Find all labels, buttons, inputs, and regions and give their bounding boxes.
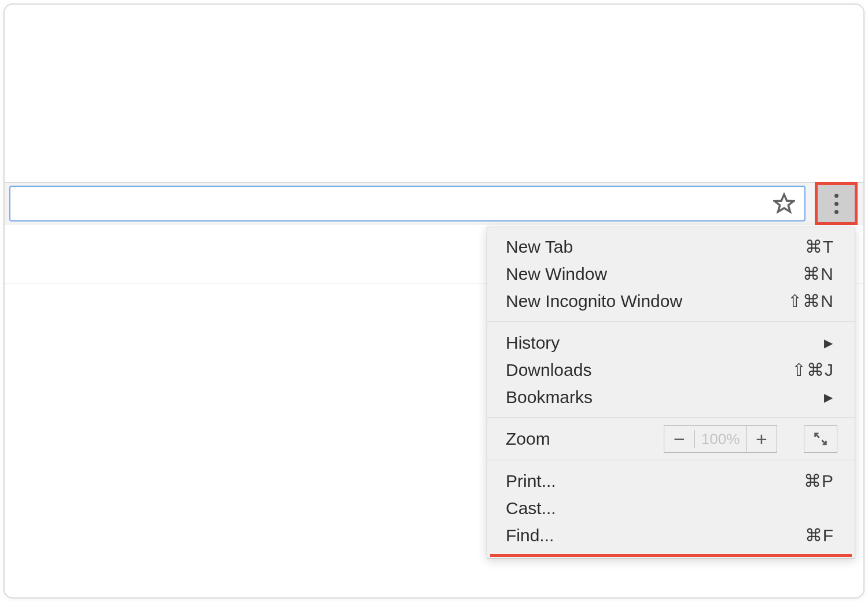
menu-item-shortcut: ⇧⌘J xyxy=(792,360,834,380)
menu-item-label: Find... xyxy=(506,526,805,545)
svg-marker-0 xyxy=(774,194,793,212)
menu-separator xyxy=(487,322,855,322)
menu-item-cast[interactable]: Cast... xyxy=(487,494,855,522)
fullscreen-button[interactable] xyxy=(804,425,837,453)
menu-item-label: Print... xyxy=(506,471,804,491)
menu-item-label: New Window xyxy=(506,264,803,284)
menu-item-downloads[interactable]: Downloads ⇧⌘J xyxy=(487,356,855,383)
menu-item-shortcut: ⌘F xyxy=(805,525,834,545)
zoom-out-button[interactable]: − xyxy=(664,426,694,452)
menu-separator xyxy=(487,460,855,460)
more-vertical-icon xyxy=(834,194,838,214)
menu-item-shortcut: ⌘T xyxy=(805,237,834,257)
menu-item-shortcut: ⇧⌘N xyxy=(788,291,834,311)
zoom-value: 100% xyxy=(694,430,746,448)
menu-item-zoom: Zoom − 100% + xyxy=(487,420,855,457)
address-bar[interactable] xyxy=(9,186,806,221)
fullscreen-icon xyxy=(812,431,829,447)
menu-item-label: Cast... xyxy=(506,498,834,518)
menu-item-bookmarks[interactable]: Bookmarks ▶ xyxy=(487,383,855,411)
submenu-arrow-icon: ▶ xyxy=(824,390,834,404)
menu-item-new-incognito-window[interactable]: New Incognito Window ⇧⌘N xyxy=(487,287,855,315)
star-icon xyxy=(773,193,795,215)
submenu-arrow-icon: ▶ xyxy=(824,336,834,350)
menu-item-new-window[interactable]: New Window ⌘N xyxy=(487,260,855,287)
window-frame: New Tab ⌘T New Window ⌘N New Incognito W… xyxy=(3,3,865,599)
more-menu-button[interactable] xyxy=(815,182,858,225)
zoom-in-button[interactable]: + xyxy=(746,426,777,452)
menu-item-label: History xyxy=(506,333,824,353)
menu-item-label: New Tab xyxy=(506,237,805,257)
menu-item-history[interactable]: History ▶ xyxy=(487,329,855,356)
menu-item-shortcut: ⌘P xyxy=(804,471,834,491)
menu-item-label: Bookmarks xyxy=(506,387,824,407)
menu-item-shortcut: ⌘N xyxy=(803,264,834,284)
menu-item-find[interactable]: Find... ⌘F xyxy=(487,522,855,549)
menu-item-label: New Incognito Window xyxy=(506,291,788,311)
menu-item-label: Downloads xyxy=(506,360,792,380)
menu-separator xyxy=(487,418,855,418)
menu-item-print[interactable]: Print... ⌘P xyxy=(487,467,855,494)
bookmark-star-button[interactable] xyxy=(772,191,796,216)
zoom-label: Zoom xyxy=(506,429,664,449)
menu-item-new-tab[interactable]: New Tab ⌘T xyxy=(487,233,855,260)
chrome-main-menu: New Tab ⌘T New Window ⌘N New Incognito W… xyxy=(487,227,855,559)
red-highlight-underline xyxy=(490,554,852,557)
zoom-control-group: − 100% + xyxy=(664,425,777,453)
